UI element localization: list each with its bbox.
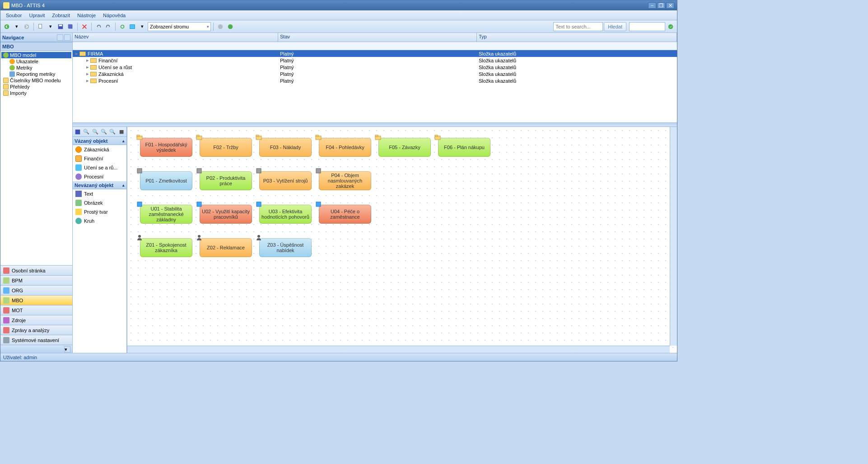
maximize-button[interactable]: ❐ bbox=[657, 2, 665, 9]
toolbox-item[interactable]: Učení se a rů... bbox=[73, 163, 126, 172]
grid-filter-row[interactable] bbox=[73, 42, 677, 50]
zoom-in-icon[interactable]: 🔍 bbox=[82, 127, 90, 136]
card[interactable]: U03 - Efektivita hodnotících pohovorů bbox=[259, 205, 312, 224]
expand-icon[interactable]: ▸ bbox=[86, 71, 89, 77]
table-row[interactable]: ▸FinančníPlatnýSložka ukazatelů bbox=[73, 57, 677, 64]
card[interactable]: P02 - Produktivita práce bbox=[200, 171, 252, 190]
toolbox-item[interactable]: Obrázek bbox=[73, 198, 126, 207]
expand-icon[interactable]: ▸ bbox=[86, 57, 89, 63]
table-row[interactable]: ▸ZákaznickáPlatnýSložka ukazatelů bbox=[73, 70, 677, 77]
zoom-reset-icon[interactable]: 🔍 bbox=[108, 127, 117, 136]
card[interactable]: U04 - Péče o zaměstnance bbox=[319, 205, 371, 224]
nav-button[interactable]: Zdroje bbox=[0, 315, 72, 325]
tree-node[interactable]: Importy bbox=[1, 90, 71, 96]
card-badge-icon bbox=[315, 134, 322, 141]
prev-button[interactable] bbox=[216, 22, 225, 31]
nav-button[interactable]: MBO bbox=[0, 295, 72, 305]
save-button[interactable] bbox=[56, 22, 65, 31]
toolbox-bound-header[interactable]: Vázaný objekt bbox=[73, 137, 126, 145]
card[interactable]: P04 - Objem nasmlouvaných zakázek bbox=[319, 171, 371, 190]
col-typ[interactable]: Typ bbox=[477, 33, 677, 42]
card[interactable]: Z02 - Reklamace bbox=[200, 238, 252, 257]
nav-section-header[interactable]: MBO bbox=[0, 42, 72, 51]
search-input[interactable] bbox=[553, 22, 603, 31]
menu-item[interactable]: Upravit bbox=[25, 12, 48, 19]
toolbox-item[interactable]: Finanční bbox=[73, 154, 126, 163]
search-go-button[interactable] bbox=[666, 22, 675, 31]
close-button[interactable]: ✕ bbox=[666, 2, 674, 9]
undo-button[interactable] bbox=[94, 22, 103, 31]
card[interactable]: F03 - Náklady bbox=[259, 138, 312, 157]
delete-button[interactable] bbox=[80, 22, 89, 31]
redo-button[interactable] bbox=[104, 22, 113, 31]
card[interactable]: Z01 - Spokojenost zákazníka bbox=[140, 238, 192, 257]
table-row[interactable]: ▸ProcesníPlatnýSložka ukazatelů bbox=[73, 77, 677, 84]
tree-node[interactable]: Přehledy bbox=[1, 84, 71, 90]
tree-node[interactable]: Metriky bbox=[1, 65, 71, 71]
card[interactable]: U02 - Využití kapacity pracovníků bbox=[200, 205, 252, 224]
tree-node[interactable]: MBO model bbox=[1, 52, 71, 58]
view-dropdown[interactable]: ▾ bbox=[138, 22, 147, 31]
tree-node[interactable]: Ukazatele bbox=[1, 58, 71, 65]
nav-button[interactable]: BPM bbox=[0, 275, 72, 285]
save-all-button[interactable] bbox=[66, 22, 75, 31]
nav-button[interactable]: ORG bbox=[0, 285, 72, 295]
toolbox-item[interactable]: Procesní bbox=[73, 172, 126, 181]
nav-button-label: Zdroje bbox=[12, 318, 26, 323]
nav-button[interactable]: MOT bbox=[0, 305, 72, 315]
forward-button[interactable] bbox=[22, 22, 31, 31]
tree-node[interactable]: Číselníky MBO modelu bbox=[1, 77, 71, 84]
menu-item[interactable]: Nástroje bbox=[74, 12, 99, 19]
expand-icon[interactable]: ▸ bbox=[75, 51, 78, 56]
nav-button[interactable]: Osobní stránka bbox=[0, 265, 72, 275]
back-button[interactable] bbox=[2, 22, 11, 31]
nav-expand-icon[interactable]: ▾ bbox=[64, 346, 70, 352]
new-button[interactable] bbox=[36, 22, 45, 31]
grid-separator[interactable] bbox=[73, 122, 677, 127]
menu-item[interactable]: Nápověda bbox=[99, 12, 129, 19]
card-badge-icon bbox=[136, 168, 143, 174]
search-button[interactable]: Hledat bbox=[604, 22, 626, 31]
view-select[interactable]: Zobrazení stromu bbox=[148, 22, 211, 31]
next-button[interactable] bbox=[226, 22, 235, 31]
toolbox-item[interactable]: Zákaznická bbox=[73, 145, 126, 154]
horizontal-scrollbar[interactable] bbox=[127, 346, 670, 353]
card[interactable]: U01 - Stabilita zaměstnanecké základny bbox=[140, 205, 192, 224]
col-name[interactable]: Název bbox=[73, 33, 278, 42]
menu-item[interactable]: Zobrazit bbox=[48, 12, 74, 19]
card[interactable]: F05 - Závazky bbox=[378, 138, 431, 157]
col-stav[interactable]: Stav bbox=[278, 33, 477, 42]
back-dropdown[interactable]: ▾ bbox=[12, 22, 21, 31]
toolbox-save-icon[interactable] bbox=[74, 127, 82, 136]
card[interactable]: Z03 - Úspěšnost nabídek bbox=[259, 238, 312, 257]
grid-icon[interactable]: ▦ bbox=[117, 127, 126, 136]
table-row[interactable]: ▸Učení se a růstPlatnýSložka ukazatelů bbox=[73, 64, 677, 70]
card[interactable]: F02 - Tržby bbox=[200, 138, 252, 157]
menu-item[interactable]: Soubor bbox=[2, 12, 25, 19]
card[interactable]: P03 - Vytížení strojů bbox=[259, 171, 312, 190]
toolbox-unbound-header[interactable]: Nevázaný objekt bbox=[73, 181, 126, 189]
designer-canvas[interactable]: F01 - Hospodářský výsledekF02 - TržbyF03… bbox=[127, 127, 677, 353]
toolbox-item[interactable]: Kruh bbox=[73, 216, 126, 225]
expand-icon[interactable]: ▸ bbox=[86, 64, 89, 70]
card[interactable]: F06 - Plán nákupu bbox=[438, 138, 490, 157]
view-button[interactable] bbox=[128, 22, 137, 31]
card[interactable]: F04 - Pohledávky bbox=[319, 138, 371, 157]
vertical-scrollbar[interactable] bbox=[670, 127, 677, 346]
toolbox-item[interactable]: Prostý tvar bbox=[73, 207, 126, 216]
expand-icon[interactable]: ▸ bbox=[86, 78, 89, 84]
zoom-fit-icon[interactable]: 🔍 bbox=[100, 127, 108, 136]
card[interactable]: P01 - Zmetkovitost bbox=[140, 171, 192, 190]
new-dropdown[interactable]: ▾ bbox=[46, 22, 55, 31]
nav-collapse-icon[interactable] bbox=[64, 34, 70, 41]
table-row[interactable]: ▸FIRMAPlatnýSložka ukazatelů bbox=[73, 50, 677, 57]
nav-button[interactable]: Systémové nastavení bbox=[0, 335, 72, 345]
zoom-out-icon[interactable]: 🔍 bbox=[91, 127, 99, 136]
minimize-button[interactable]: − bbox=[648, 2, 656, 9]
card[interactable]: F01 - Hospodářský výsledek bbox=[140, 138, 192, 157]
nav-button[interactable]: Zprávy a analýzy bbox=[0, 325, 72, 335]
tree-node[interactable]: Reporting metriky bbox=[1, 71, 71, 77]
refresh-button[interactable] bbox=[118, 22, 127, 31]
nav-pin-icon[interactable] bbox=[57, 34, 63, 41]
toolbox-item[interactable]: Text bbox=[73, 189, 126, 198]
